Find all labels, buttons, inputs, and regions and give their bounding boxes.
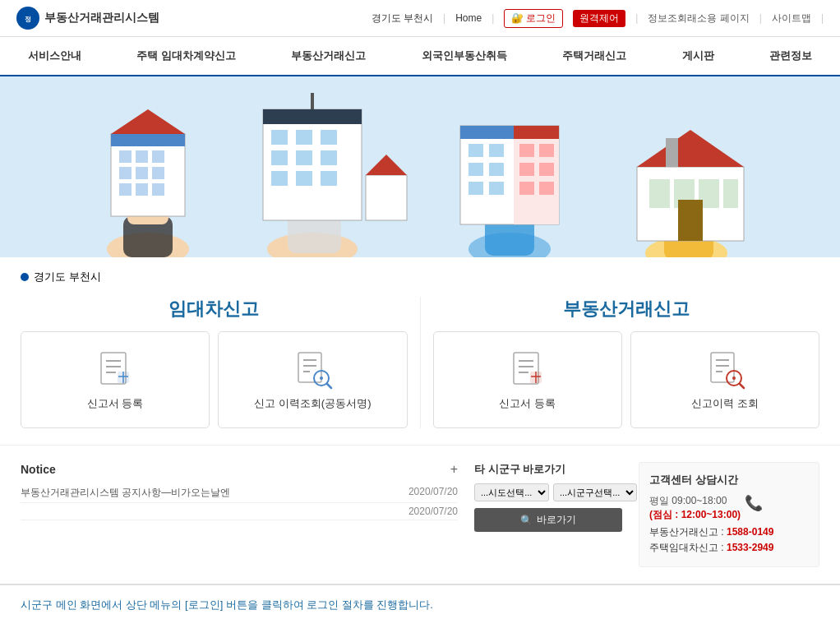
svg-rect-43 — [489, 144, 504, 157]
realestate-register-label: 신고서 등록 — [499, 396, 556, 411]
shortcut-area: 타 시군구 바로가기 ...시도선택... ...시군구선택... 🔍 바로가기 — [474, 462, 622, 567]
realestate-history-label: 신고이력 조회 — [691, 396, 759, 411]
logo-text: 부동산거래관리시스템 — [44, 11, 159, 25]
svg-rect-13 — [152, 167, 164, 179]
login-button[interactable]: 🔐 로그인 — [504, 9, 563, 28]
realestate-register-icon — [507, 349, 548, 390]
top-header: 정 부동산거래관리시스템 경기도 부천시 | Home | 🔐 로그인 원격제어… — [0, 0, 840, 37]
top-nav: 경기도 부천시 | Home | 🔐 로그인 원격제어 | 정보조회래소용 페이… — [372, 9, 824, 28]
realestate-title: 부동산거래신고 — [433, 297, 820, 321]
svg-rect-32 — [311, 93, 314, 109]
notice-plus-button[interactable]: + — [450, 462, 458, 477]
region-dot — [21, 273, 29, 281]
lease-cards: 신고서 등록 — [21, 331, 408, 428]
home-link[interactable]: Home — [455, 12, 482, 24]
svg-rect-42 — [468, 144, 483, 157]
svg-rect-59 — [666, 138, 678, 167]
svg-rect-72 — [298, 353, 321, 382]
svg-rect-52 — [519, 182, 534, 195]
svg-rect-64 — [678, 200, 703, 241]
svg-line-77 — [327, 384, 331, 388]
svg-rect-27 — [296, 150, 312, 165]
svg-line-91 — [740, 384, 744, 388]
contact-hours: 평일 09:00~18:00 (점심 : 12:00~13:00) 📞 — [649, 494, 809, 522]
main-nav: 서비스안내 주택 임대차계약신고 부동산거래신고 외국인부동산취득 주택거래신고… — [0, 37, 840, 76]
svg-rect-26 — [271, 150, 288, 165]
svg-rect-60 — [649, 179, 670, 208]
lease-history-card[interactable]: 신고 이력조회(공동서명) — [218, 331, 407, 428]
nav-realestate-report[interactable]: 부동산거래신고 — [275, 37, 382, 75]
region-indicator: 경기도 부천시 — [0, 257, 840, 289]
svg-rect-46 — [468, 163, 483, 176]
nav-housing-trade[interactable]: 주택거래신고 — [546, 37, 643, 75]
svg-text:정: 정 — [25, 16, 31, 23]
nav-bulletin[interactable]: 게시판 — [666, 37, 731, 75]
svg-rect-50 — [468, 182, 483, 195]
lease-history-label: 신고 이력조회(공동서명) — [254, 396, 371, 411]
services-row: 임대차신고 — [21, 297, 819, 428]
svg-rect-33 — [366, 175, 407, 220]
phone-icon: 📞 — [745, 494, 763, 512]
svg-rect-7 — [111, 134, 185, 146]
svg-rect-45 — [539, 144, 554, 157]
svg-rect-14 — [119, 183, 132, 196]
sigungu-select[interactable]: ...시군구선택... — [553, 483, 637, 501]
realestate-section: 부동산거래신고 — [433, 297, 820, 428]
contact-title: 고객센터 상담시간 — [649, 473, 809, 487]
notice-title: Notice — [21, 463, 56, 476]
svg-rect-24 — [296, 130, 312, 145]
contact-hours-lunch: (점심 : 12:00~13:00) — [649, 508, 741, 522]
svg-rect-31 — [321, 171, 337, 186]
info-link[interactable]: 정보조회래소용 페이지 — [648, 12, 749, 25]
remote-button[interactable]: 원격제어 — [573, 10, 625, 27]
svg-rect-44 — [519, 144, 534, 157]
notice-item-2[interactable]: 2020/07/20 — [21, 503, 458, 520]
contact-numbers: 부동산거래신고 : 1588-0149 주택임대차신고 : 1533-2949 — [649, 525, 809, 555]
svg-point-78 — [320, 376, 323, 380]
sido-select[interactable]: ...시도선택... — [474, 483, 549, 501]
svg-point-92 — [732, 376, 736, 380]
lease-register-card[interactable]: 신고서 등록 — [21, 331, 210, 428]
svg-rect-9 — [136, 150, 148, 163]
svg-rect-41 — [514, 126, 559, 139]
notice-text-1: 부동산거래관리시스템 공지사항—비가오는날엔 — [21, 486, 230, 500]
content-area: 경기도 부천시 임대차신고 — [0, 257, 840, 584]
svg-rect-30 — [296, 171, 312, 186]
shortcut-selects: ...시도선택... ...시군구선택... — [474, 483, 622, 501]
nav-service-info[interactable]: 서비스안내 — [12, 37, 98, 75]
hero-banner — [0, 76, 840, 257]
shortcut-button[interactable]: 🔍 바로가기 — [474, 508, 622, 532]
shortcut-title: 타 시군구 바로가기 — [474, 462, 622, 477]
svg-rect-48 — [519, 163, 534, 176]
notice-area: Notice + 부동산거래관리시스템 공지사항—비가오는날엔 2020/07/… — [21, 462, 458, 567]
nav-lease-contract[interactable]: 주택 임대차계약신고 — [120, 37, 252, 75]
realestate-history-icon — [704, 349, 745, 390]
svg-rect-29 — [271, 171, 288, 186]
lease-register-icon — [95, 349, 136, 390]
svg-rect-28 — [321, 150, 337, 165]
region-label: 경기도 부천시 — [34, 270, 101, 284]
svg-rect-51 — [489, 182, 504, 195]
nav-related-info[interactable]: 관련정보 — [753, 37, 828, 75]
svg-rect-16 — [152, 183, 164, 196]
notice-date-1: 2020/07/20 — [408, 486, 458, 500]
realestate-cards: 신고서 등록 — [433, 331, 820, 428]
svg-rect-86 — [711, 353, 734, 382]
sitemap-link[interactable]: 사이트맵 — [772, 12, 811, 25]
notice-date-2: 2020/07/20 — [408, 506, 458, 517]
notice-item-1[interactable]: 부동산거래관리시스템 공지사항—비가오는날엔 2020/07/20 — [21, 483, 458, 503]
svg-rect-15 — [136, 183, 148, 196]
top-region: 경기도 부천시 — [372, 12, 433, 25]
realestate-register-card[interactable]: 신고서 등록 — [433, 331, 622, 428]
svg-rect-10 — [152, 150, 164, 163]
realestate-history-card[interactable]: 신고이력 조회 — [630, 331, 819, 428]
svg-rect-22 — [263, 109, 362, 124]
nav-foreign-acquisition[interactable]: 외국인부동산취득 — [405, 37, 524, 75]
svg-rect-8 — [119, 150, 132, 163]
lease-register-label: 신고서 등록 — [87, 396, 144, 411]
lease-history-icon — [292, 349, 333, 390]
svg-rect-23 — [271, 130, 288, 145]
logo-emblem: 정 — [16, 7, 39, 30]
svg-rect-12 — [136, 167, 148, 179]
info-bar: 시군구 메인 화면에서 상단 메뉴의 [로그인] 버튼을 클릭하여 로그인 절차… — [0, 584, 840, 619]
